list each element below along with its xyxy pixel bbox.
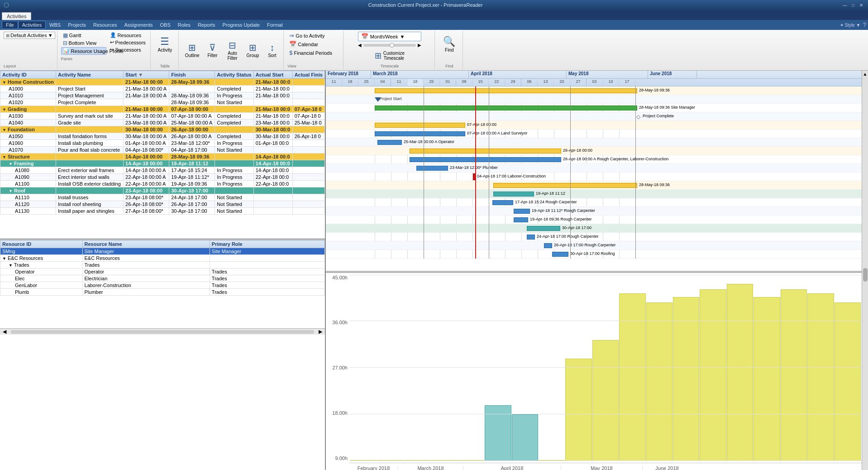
resource-row[interactable]: ▼ TradesTrades bbox=[0, 262, 325, 269]
gantt-body: 28-May-18 09:36 Project Start 28-May-18 … bbox=[326, 86, 862, 259]
table-row[interactable]: A1110Install trusses23-Apr-18 08:00*24-A… bbox=[0, 194, 325, 201]
table-row[interactable]: A1100Install OSB exterior cladding22-Apr… bbox=[0, 181, 325, 187]
table-row[interactable]: ▼ Home Construction21-Mar-18 00:0028-May… bbox=[0, 79, 325, 86]
chart-bar bbox=[512, 414, 538, 461]
week-22: 22 bbox=[489, 79, 505, 86]
menu-wbs[interactable]: WBS bbox=[46, 21, 64, 29]
activities-tab[interactable]: Activities bbox=[2, 12, 31, 20]
successors-label: Successors bbox=[115, 47, 141, 53]
find-icon: 🔍 bbox=[443, 36, 455, 48]
left-hscroll[interactable]: ◀ ▶ bbox=[0, 328, 325, 335]
menu-activities[interactable]: Activities bbox=[18, 21, 46, 29]
table-row[interactable]: A1090Erect interior stud walls22-Apr-18 … bbox=[0, 174, 325, 181]
menu-file[interactable]: File bbox=[2, 21, 18, 29]
menu-progress-update[interactable]: Progress Update bbox=[219, 21, 263, 29]
zoom-left-icon[interactable]: ◀ bbox=[358, 43, 362, 48]
outline-button[interactable]: ⊞ Outline bbox=[182, 38, 202, 62]
table-row[interactable]: ▼ Grading21-Mar-18 00:0007-Apr-18 00:002… bbox=[0, 106, 325, 113]
table-row[interactable]: A1030Survey and mark out site21-Mar-18 0… bbox=[0, 113, 325, 120]
resources-button[interactable]: 👤 Resources bbox=[108, 32, 148, 38]
menu-projects[interactable]: Projects bbox=[64, 21, 90, 29]
month-week-button[interactable]: 📅 Month/Week ▼ bbox=[358, 32, 421, 41]
resource-usage-profile-button[interactable]: 📊 Resource Usage Profile bbox=[61, 47, 106, 55]
help-icon[interactable]: ? bbox=[863, 22, 866, 28]
menu-resources[interactable]: Resources bbox=[90, 21, 121, 29]
table-row[interactable]: ▼ Roof23-Apr-18 08:0030-Apr-18 17:00 bbox=[0, 187, 325, 194]
minimize-button[interactable]: — bbox=[842, 2, 848, 8]
scroll-thumb[interactable] bbox=[11, 330, 314, 334]
table-row[interactable]: A1120Install roof sheeting26-Apr-18 08:0… bbox=[0, 201, 325, 208]
customize-timescale-button[interactable]: ⊞ Customize Timescale bbox=[360, 49, 419, 62]
group-label: Group bbox=[247, 53, 259, 58]
table-row[interactable]: A1050Install fondation forms30-Mar-18 00… bbox=[0, 133, 325, 140]
bar-structure bbox=[493, 183, 637, 188]
restore-button[interactable]: □ bbox=[850, 2, 856, 8]
group-button[interactable]: ⊞ Group bbox=[244, 38, 262, 62]
table-row[interactable]: A1000Project Start21-Mar-18 00:00 ACompl… bbox=[0, 86, 325, 92]
y-label-18: 18.00h bbox=[326, 410, 348, 416]
chart-bar bbox=[727, 284, 753, 461]
financial-periods-button[interactable]: $ Financial Periods bbox=[287, 49, 340, 57]
view-group-label: View bbox=[287, 63, 296, 68]
bar-framing bbox=[493, 192, 534, 197]
menu-roles[interactable]: Roles bbox=[174, 21, 194, 29]
activity-table-area: Activity ID Activity Name Start ▼ Finish… bbox=[0, 71, 325, 238]
title-bar-controls[interactable]: — □ ✕ bbox=[842, 2, 864, 8]
successors-button[interactable]: ↪ Successors bbox=[108, 46, 148, 53]
bottom-view-button[interactable]: ⊟ Bottom View bbox=[61, 39, 106, 47]
menu-assignments[interactable]: Assignments bbox=[121, 21, 157, 29]
table-row[interactable]: A1010Project Management21-Mar-18 00:00 A… bbox=[0, 92, 325, 99]
zoom-slider[interactable] bbox=[363, 44, 416, 47]
resource-row[interactable]: ElecElectricianTrades bbox=[0, 275, 325, 282]
predecessors-button[interactable]: ↩ Predecessors bbox=[108, 39, 148, 46]
resource-row[interactable]: SMngSite ManagerSite Manager bbox=[0, 248, 325, 255]
label-a1030: 07-Apr-18 00:00 A Land Surveyor bbox=[467, 131, 528, 135]
find-group: 🔍 Find Find bbox=[436, 31, 463, 69]
resource-row[interactable]: GenLaborLaborer-ConstructionTrades bbox=[0, 282, 325, 289]
table-row[interactable]: A1020Project Complete28-May-18 09:36Not … bbox=[0, 99, 325, 106]
resource-row[interactable]: ▼ E&C ResourcesE&C Resources bbox=[0, 255, 325, 262]
resource-row[interactable]: PlumbPlumberTrades bbox=[0, 289, 325, 296]
go-to-activity-button[interactable]: ⇒ Go to Activity bbox=[287, 32, 340, 39]
resources-label: Resources bbox=[118, 33, 142, 38]
table-row[interactable]: A1060Install slab plumbing01-Apr-18 00:0… bbox=[0, 140, 325, 147]
auto-filter-button[interactable]: ⊟ Auto Filter bbox=[223, 38, 242, 62]
vscroll-up-icon[interactable]: ▲ bbox=[863, 72, 868, 77]
menu-format[interactable]: Format bbox=[263, 21, 286, 29]
table-row[interactable]: ▼ Framing14-Apr-18 00:0019-Apr-18 11:121… bbox=[0, 160, 325, 167]
gantt-row-home-construction: 28-May-18 09:36 bbox=[326, 86, 862, 95]
table-row[interactable]: ▼ Foundation30-Mar-18 00:0026-Apr-18 00:… bbox=[0, 126, 325, 133]
week-18b: 18 bbox=[407, 79, 424, 86]
bar-a1040 bbox=[377, 140, 402, 145]
calendar-button[interactable]: 📅 Calendar bbox=[287, 40, 340, 48]
table-row[interactable]: ▼ Structure14-Apr-18 00:0028-May-18 09:3… bbox=[0, 153, 325, 160]
vert-scrollbar[interactable]: ▲ ▼ bbox=[862, 71, 868, 470]
scroll-right-icon[interactable]: ▶ bbox=[316, 329, 325, 335]
gantt-button[interactable]: ▦ Gantt bbox=[61, 32, 106, 39]
sort-button[interactable]: ↕ Sort bbox=[263, 38, 281, 62]
menu-reports[interactable]: Reports bbox=[194, 21, 219, 29]
zoom-right-icon[interactable]: ▶ bbox=[418, 43, 421, 48]
chart-bar bbox=[458, 460, 484, 461]
table-row[interactable]: A1130Install paper and shingles27-Apr-18… bbox=[0, 208, 325, 215]
table-row[interactable]: A1040Grade site23-Mar-18 00:00 A25-Mar-1… bbox=[0, 120, 325, 126]
filter-button[interactable]: ⊽ Filter bbox=[204, 38, 221, 62]
menu-obs[interactable]: OBS bbox=[157, 21, 174, 29]
x-jun: June 2018 bbox=[643, 465, 692, 470]
resource-table: Resource ID Resource Name Primary Role S… bbox=[0, 240, 325, 296]
timescale-group: 📅 Month/Week ▼ ◀ ▶ ⊞ Customize Timescale… bbox=[344, 31, 435, 69]
table-row[interactable]: A1070Pour and float slab concrete04-Apr-… bbox=[0, 147, 325, 153]
month-week-label: Month/Week bbox=[370, 34, 398, 39]
vscroll-thumb[interactable] bbox=[863, 268, 868, 282]
predecessors-icon: ↩ bbox=[110, 39, 114, 45]
find-button[interactable]: 🔍 Find bbox=[440, 32, 458, 57]
week-18: 18 bbox=[342, 79, 358, 86]
resource-row[interactable]: OperatorOperatorTrades bbox=[0, 269, 325, 275]
close-button[interactable]: ✕ bbox=[858, 2, 864, 8]
layout-dropdown[interactable]: ⊞ Default Activities ▼ bbox=[4, 32, 55, 39]
gantt-weeks-row: 11 18 25 04 11 18 25 01 08 15 22 29 06 1… bbox=[326, 79, 862, 86]
scroll-left-icon[interactable]: ◀ bbox=[0, 329, 9, 335]
calendar-icon: 📅 bbox=[289, 41, 296, 48]
table-row[interactable]: A1080Erect exterior wall frames14-Apr-18… bbox=[0, 167, 325, 174]
activity-button[interactable]: ☰ Activity bbox=[155, 32, 175, 57]
